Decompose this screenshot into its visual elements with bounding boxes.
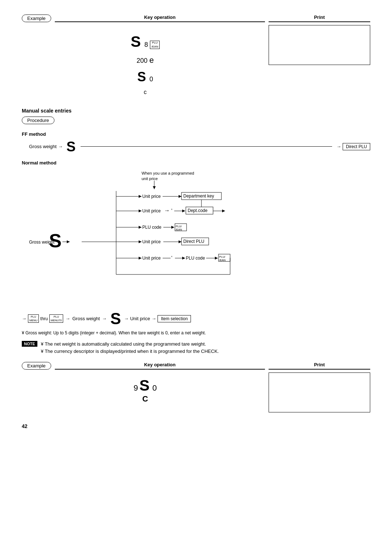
ff-direct-plu: Direct PLU xyxy=(343,143,370,150)
b1-arrow2 xyxy=(179,195,181,198)
b2-tick: ' xyxy=(171,208,172,213)
bf-arrow4: → xyxy=(124,316,128,321)
bottom-key-9: 9 xyxy=(134,383,138,392)
bottom-example-section: Example Key operation 9 S 0 C Print xyxy=(22,362,370,412)
procedure-badge-container: Procedure xyxy=(22,117,370,128)
manual-scale-section: Manual scale entries Procedure FF method… xyxy=(22,108,370,356)
ff-arrow2: → xyxy=(336,144,341,149)
top-big-s1: S xyxy=(131,33,141,50)
bottom-print-header: Print xyxy=(269,362,370,370)
b3-arrow2 xyxy=(171,226,174,229)
ff-big-s: S xyxy=(66,140,75,154)
bottom-key-line1: 9 S 0 xyxy=(36,377,254,394)
top-key-line4: c xyxy=(36,87,254,97)
b1-unit-price: Unit price xyxy=(142,194,161,199)
b3-plu-key-text1: PLU/ xyxy=(176,225,182,228)
b2-arrow xyxy=(139,209,142,212)
top-header-row: Example Key operation xyxy=(22,15,269,22)
note-line1: ¥ The net weight is automatically calcul… xyxy=(41,341,219,348)
bottom-example-badge: Example xyxy=(22,362,51,370)
b5-plu-code: PLU code xyxy=(186,256,205,261)
b5-arrow3 xyxy=(215,257,218,260)
bf-item-selection: Item selection xyxy=(158,315,191,322)
b5-plu-key-t2: /EAN xyxy=(219,258,226,262)
b1-dept-key: Department key xyxy=(183,194,214,199)
normal-method-svg: When you use a programmed unit price S G… xyxy=(29,169,298,307)
top-key-e: e xyxy=(149,56,154,65)
b5-plu-key-t1: PLU/ xyxy=(219,255,226,258)
b3-arrow xyxy=(139,226,142,229)
b2-dept-code: Dept.code xyxy=(188,208,208,213)
ff-line xyxy=(81,146,332,147)
top-key-8: 8 xyxy=(144,41,148,48)
bf-arrow5: → xyxy=(151,316,156,321)
top-example-section: Example Key operation S 8 PLU/EAN 200 e … xyxy=(22,15,370,101)
b4-direct-plu: Direct PLU xyxy=(183,239,204,244)
top-big-s2: S xyxy=(137,69,146,84)
ff-method-flow: Gross weight → S → Direct PLU xyxy=(29,140,370,154)
bottom-key-op-area: 9 S 0 C xyxy=(22,373,269,407)
bf-gross-weight: Gross weight xyxy=(72,316,100,321)
b3-plu-code: PLU code xyxy=(142,225,162,230)
bottom-key-operation-header: Key operation xyxy=(55,362,265,370)
bottom-print-box xyxy=(269,372,370,412)
top-print-box xyxy=(269,25,370,65)
b5-arrow xyxy=(139,257,142,260)
bf-thru: thru xyxy=(40,316,48,321)
annotation-line1: When you use a programmed xyxy=(142,171,194,175)
bf-big-s: S xyxy=(110,311,121,327)
note-badge: NOTE xyxy=(22,341,37,347)
gw-note: ¥ Gross weight: Up to 5 digits (integer … xyxy=(22,330,370,335)
bottom-key-0: 0 xyxy=(152,383,157,392)
bf-arrow-start: → xyxy=(22,316,26,321)
note-text: ¥ The net weight is automatically calcul… xyxy=(41,341,219,356)
b4-unit-price: Unit price xyxy=(142,239,161,244)
b5-unit-price: Unit price xyxy=(142,256,161,261)
nm-gross-weight: Gross weight xyxy=(29,240,55,245)
bottom-example-left: Example Key operation 9 S 0 C xyxy=(22,362,269,407)
annotation-arrow xyxy=(153,186,156,189)
b2-unit-price: Unit price xyxy=(142,208,161,213)
gw-arrow-head xyxy=(67,240,70,243)
top-print-header: Print xyxy=(269,15,370,22)
top-example-right: Print xyxy=(269,15,370,65)
note-line2: ¥ The currency descriptor is displayed/p… xyxy=(41,348,219,355)
b3-plu-key-text2: /EAN xyxy=(176,228,182,231)
bottom-header-row: Example Key operation xyxy=(22,362,269,370)
normal-method-diagram: When you use a programmed unit price S G… xyxy=(29,169,370,307)
ff-gross-weight: Gross weight xyxy=(29,144,57,149)
manual-scale-title: Manual scale entries xyxy=(22,108,370,114)
procedure-badge: Procedure xyxy=(22,117,54,124)
b2-arrow2 xyxy=(182,209,185,212)
b4-arrow2 xyxy=(179,240,181,243)
bottom-flow-row: → PLUMENU thru PLUMENU70 → Gross weight … xyxy=(22,311,370,327)
bottom-key-line2: C xyxy=(36,394,254,404)
top-key-operation-header: Key operation xyxy=(55,15,265,22)
top-key-op-area: S 8 PLU/EAN 200 e S 0 c xyxy=(22,26,269,101)
top-key-0: 0 xyxy=(150,76,153,83)
top-plu-key: PLU/EAN xyxy=(150,41,160,49)
top-example-left: Example Key operation S 8 PLU/EAN 200 e … xyxy=(22,15,269,101)
bottom-example-right: Print xyxy=(269,362,370,412)
bf-arrow2: → xyxy=(65,316,70,321)
bf-plu-menu2: PLUMENU70 xyxy=(49,314,63,323)
top-key-line1: S 8 PLU/EAN xyxy=(36,29,254,54)
bottom-big-s: S xyxy=(139,377,150,394)
top-key-line3: S 0 xyxy=(36,66,254,87)
normal-method-title: Normal method xyxy=(22,160,370,166)
ff-method-title: FF method xyxy=(22,131,370,137)
page-number: 42 xyxy=(22,423,370,429)
top-example-badge: Example xyxy=(22,15,51,22)
b2-apos: → xyxy=(164,207,170,213)
b4-arrow xyxy=(139,240,142,243)
b1-arrow xyxy=(139,195,142,198)
b5-tick: ' xyxy=(171,255,172,261)
ff-arrow1: → xyxy=(58,144,63,149)
bf-unit-price: Unit price xyxy=(130,316,150,321)
bf-arrow3: → xyxy=(102,316,107,321)
bf-plu-menu1: PLUMENU xyxy=(28,314,39,323)
note-box: NOTE ¥ The net weight is automatically c… xyxy=(22,341,370,356)
top-key-line2: 200 e xyxy=(36,54,254,66)
annotation-line2: unit price xyxy=(142,176,158,181)
b5-arrow2 xyxy=(182,257,185,260)
